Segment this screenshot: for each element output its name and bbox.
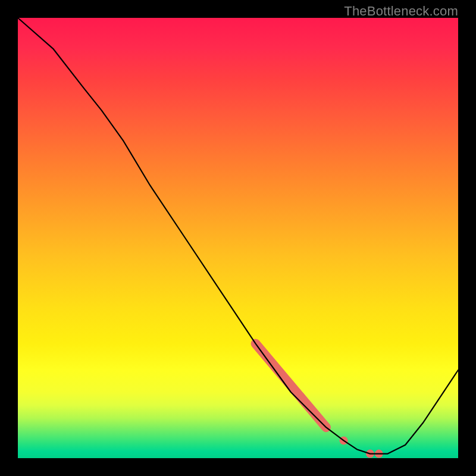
bottleneck-curve bbox=[18, 18, 458, 454]
curve-marker-group bbox=[340, 436, 383, 458]
curve-highlight-segment bbox=[256, 344, 326, 428]
chart-container: TheBottleneck.com bbox=[0, 0, 476, 476]
chart-svg-overlay bbox=[18, 18, 458, 458]
watermark-text: TheBottleneck.com bbox=[344, 4, 458, 19]
